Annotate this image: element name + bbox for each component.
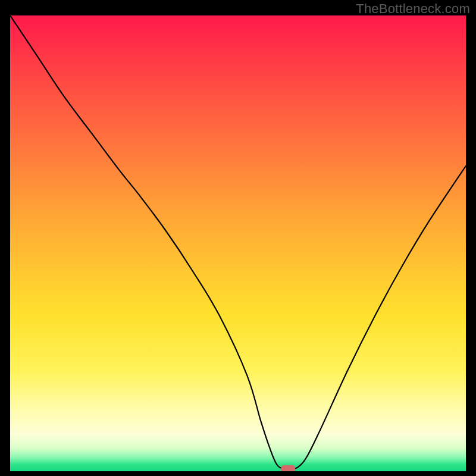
chart-container: TheBottleneck.com xyxy=(0,0,476,476)
plot-area xyxy=(10,15,466,471)
watermark-text: TheBottleneck.com xyxy=(356,1,470,17)
bottleneck-curve xyxy=(10,15,466,469)
chart-overlay-svg xyxy=(10,15,466,471)
optimal-marker xyxy=(281,465,295,471)
